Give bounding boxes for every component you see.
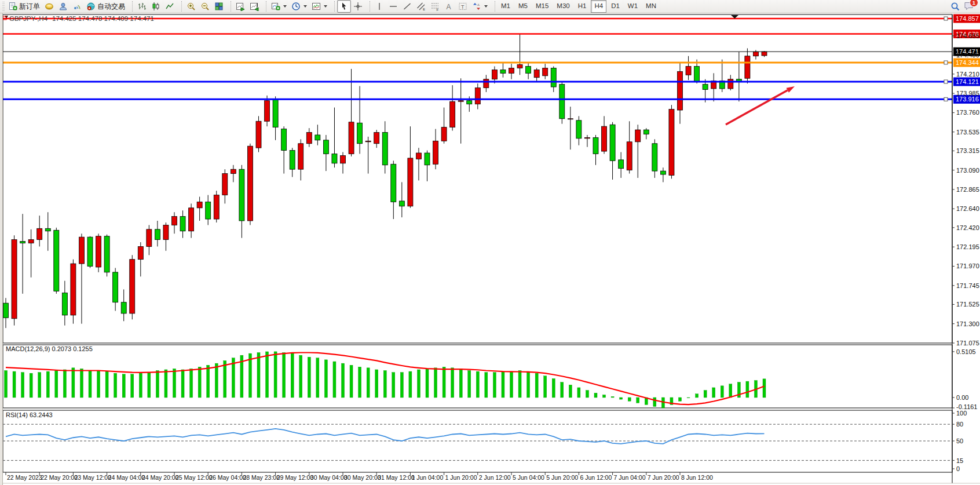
text-button[interactable]: A: [442, 0, 456, 13]
timeframe-m30[interactable]: M30: [553, 0, 573, 13]
candlestick-chart-button[interactable]: [149, 0, 163, 13]
new-chart-dropdown[interactable]: [269, 0, 289, 13]
toolbar-separator: [491, 1, 495, 12]
macd-bar: [510, 371, 513, 398]
tile-windows-button[interactable]: [212, 0, 226, 13]
timeframe-d1[interactable]: D1: [608, 0, 623, 13]
new-order-button[interactable]: 新订单: [6, 0, 42, 13]
new-order-label: 新订单: [19, 2, 40, 12]
price-tick: 171.745: [956, 282, 979, 289]
line-handle[interactable]: [944, 61, 948, 64]
trend-arrow-head-icon[interactable]: [787, 86, 795, 93]
macd-bar: [552, 378, 555, 398]
cursor-button[interactable]: [337, 0, 351, 13]
timeframe-m15[interactable]: M15: [532, 0, 552, 13]
candle: [543, 68, 548, 75]
candle: [517, 65, 522, 68]
candle: [332, 154, 337, 163]
candle: [45, 228, 50, 231]
rsi-line[interactable]: [6, 429, 765, 444]
autotrading-label: 自动交易: [97, 2, 125, 12]
chart-window: 174.857174.678174.471174.344174.121173.9…: [0, 13, 980, 485]
timeframe-w1[interactable]: W1: [624, 0, 641, 13]
timeframe-h1[interactable]: H1: [575, 0, 590, 13]
zoom-in-button[interactable]: [184, 0, 198, 13]
candle: [163, 225, 169, 239]
vertical-line-button[interactable]: [372, 0, 386, 13]
macd-bar: [257, 353, 260, 398]
candle: [560, 85, 565, 119]
dropdown-caret: [484, 5, 488, 8]
candle: [28, 240, 34, 243]
search-icon[interactable]: [950, 2, 960, 12]
line-handle[interactable]: [944, 97, 948, 101]
macd-bar: [308, 357, 310, 398]
candle: [374, 132, 379, 143]
macd-bar: [586, 391, 588, 398]
trend-arrow[interactable]: [726, 86, 795, 125]
zoom-out-button[interactable]: [198, 0, 212, 13]
chart-canvas[interactable]: 174.857174.678174.471174.344174.121173.9…: [0, 13, 980, 485]
profile-button[interactable]: [56, 0, 70, 13]
chart-shift-button[interactable]: [247, 0, 261, 13]
candle: [660, 171, 665, 174]
line-chart-button[interactable]: [163, 0, 177, 13]
macd-bar: [139, 373, 142, 398]
timeframe-group: M1M5M15M30H1H4D1W1MN: [498, 0, 660, 13]
new-chart-icon: [271, 2, 280, 11]
bar-chart-button[interactable]: [135, 0, 149, 13]
horizontal-line-button[interactable]: [386, 0, 400, 13]
dropdown-caret: [303, 5, 307, 8]
toolbar-separator: [128, 1, 133, 12]
signals-button[interactable]: [70, 0, 84, 13]
date-label: 29 May 12:00: [277, 474, 314, 481]
price-tick: 171.300: [956, 320, 979, 327]
candles-layer: [3, 34, 767, 328]
macd-bar: [434, 368, 437, 398]
macd-bar: [653, 398, 656, 407]
equidistant-channel-button[interactable]: E: [414, 0, 428, 13]
zoom-in-icon: [187, 2, 196, 11]
trend-arrow-line[interactable]: [726, 90, 788, 125]
line-handle[interactable]: [944, 17, 948, 20]
svg-text:E: E: [423, 8, 425, 11]
notifications-button[interactable]: 1: [964, 1, 974, 12]
macd-bar: [13, 371, 16, 398]
price-axis[interactable]: 174.857174.678174.471174.344174.121173.9…: [952, 14, 980, 347]
price-tick: 171.075: [956, 340, 979, 347]
macd-bar: [105, 371, 108, 398]
timeframe-mn[interactable]: MN: [642, 0, 660, 13]
crosshair-button[interactable]: [351, 0, 365, 13]
date-axis[interactable]: 22 May 202322 May 20:0023 May 12:0024 Ma…: [6, 472, 713, 481]
candle: [610, 125, 615, 161]
candle: [753, 52, 758, 56]
autotrading-button[interactable]: 自动交易: [84, 0, 127, 13]
macd-bar: [224, 360, 226, 398]
line-handle[interactable]: [944, 80, 948, 83]
macd-bar: [72, 368, 75, 398]
candle: [79, 237, 84, 264]
auto-scroll-button[interactable]: [233, 0, 247, 13]
price-tick: 174.655: [956, 32, 979, 39]
zoom-out-icon: [200, 2, 210, 11]
macd-bar: [181, 370, 184, 398]
templates-dropdown[interactable]: [309, 0, 330, 13]
arrows-icon: [472, 2, 481, 11]
toolbar-grip[interactable]: [2, 2, 5, 11]
timeframe-h4[interactable]: H4: [591, 0, 606, 13]
candlestick-chart-icon: [151, 2, 160, 11]
fibonacci-button[interactable]: F: [428, 0, 442, 13]
window-left-edge[interactable]: [0, 13, 3, 485]
date-label: 22 May 2023: [7, 474, 42, 481]
trendline-button[interactable]: [400, 0, 414, 13]
timeframe-m1[interactable]: M1: [498, 0, 514, 13]
periods-dropdown[interactable]: [289, 0, 309, 13]
timeframe-m5[interactable]: M5: [515, 0, 531, 13]
candle: [568, 119, 573, 119]
equidistant-channel-icon: E: [416, 2, 426, 11]
macd-bar: [729, 384, 732, 398]
text-label-button[interactable]: T: [456, 0, 470, 13]
arrows-dropdown[interactable]: [470, 0, 490, 13]
gold-coin-button[interactable]: [42, 0, 56, 13]
macd-bar: [367, 368, 370, 398]
